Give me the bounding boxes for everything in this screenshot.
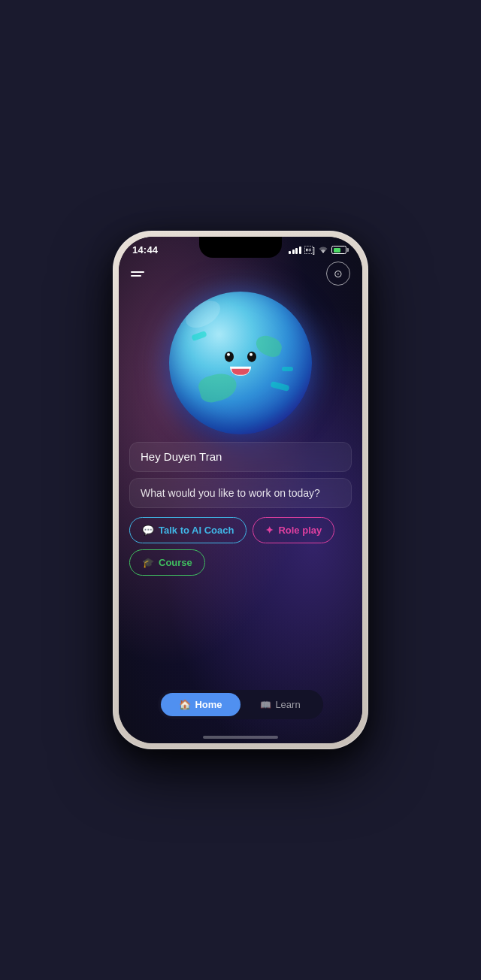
circuit-decoration-2 [270,381,289,392]
roleplay-button-label: Role play [278,525,322,536]
learn-tab-label: Learn [275,699,300,710]
wifi-icon [318,247,328,254]
character-eyes [225,352,256,362]
notch [199,237,282,258]
left-eye [225,352,234,362]
tab-bar: 🏠 Home 📖 Learn [119,682,362,736]
tab-learn[interactable]: 📖 Learn [240,693,320,716]
home-tab-label: Home [195,699,222,710]
talk-to-ai-button[interactable]: 💬 Talk to AI Coach [129,517,247,543]
learn-icon: 📖 [260,700,271,710]
phone-screen-container: 14:44 ] [119,237,362,743]
question-text: What would you like to work on today? [141,487,320,499]
graduation-icon: 🎓 [142,557,154,568]
tab-bar-inner: 🏠 Home 📖 Learn [158,690,323,719]
compass-icon: ⊙ [334,268,343,280]
greeting-text: Hey Duyen Tran [141,450,222,463]
nav-bar: ⊙ [119,259,362,292]
question-box: What would you like to work on today? [129,478,352,508]
character-area [119,284,362,442]
status-icons: ] [289,246,349,255]
circuit-decoration-1 [191,331,207,341]
ai-character [169,292,312,434]
phone-frame: 14:44 ] [113,231,368,749]
sparkle-icon: ✦ [265,525,274,536]
greeting-box: Hey Duyen Tran [129,442,352,472]
tab-home[interactable]: 🏠 Home [161,693,240,716]
home-icon: 🏠 [179,699,191,710]
content-area: Hey Duyen Tran What would you like to wo… [119,442,362,582]
land-decoration-2 [253,333,284,359]
spacer [119,582,362,682]
home-indicator [203,736,278,739]
course-button[interactable]: 🎓 Course [129,549,205,576]
character-face [225,352,256,376]
compass-button[interactable]: ⊙ [326,262,350,286]
wifi-icon: ] [304,246,315,255]
right-eye [247,352,256,362]
talk-button-label: Talk to AI Coach [159,525,234,536]
chat-icon: 💬 [142,525,154,536]
action-buttons: 💬 Talk to AI Coach ✦ Role play 🎓 Course [129,517,352,576]
status-time: 14:44 [132,244,158,256]
circuit-decoration-3 [282,367,293,371]
screen: 14:44 ] [119,237,362,743]
battery-icon [331,246,349,254]
menu-button[interactable] [131,271,144,277]
signal-icon [289,247,301,254]
course-button-label: Course [159,557,192,568]
character-mouth [230,367,251,376]
role-play-button[interactable]: ✦ Role play [253,517,334,543]
